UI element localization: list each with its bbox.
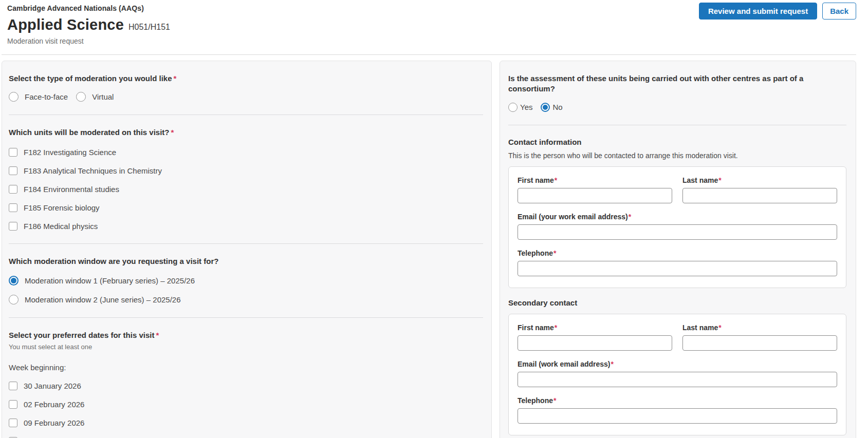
preferred-dates-hint: You must select at least one bbox=[9, 343, 483, 351]
virtual-label: Virtual bbox=[92, 92, 114, 101]
virtual-radio[interactable] bbox=[76, 92, 86, 102]
contact-information-description: This is the person who will be contacted… bbox=[508, 151, 846, 160]
secondary-first-name-input[interactable] bbox=[518, 335, 672, 351]
date-02-february-2026-checkbox[interactable] bbox=[9, 400, 17, 409]
section-divider bbox=[9, 243, 483, 244]
contact-telephone-input[interactable] bbox=[518, 261, 837, 276]
units-question-text: Which units will be moderated on this vi… bbox=[9, 128, 170, 137]
page-subtitle: Moderation visit request bbox=[7, 37, 856, 45]
f183-checkbox[interactable] bbox=[9, 166, 17, 175]
moderation-type-question-text: Select the type of moderation you would … bbox=[9, 74, 172, 83]
window-option-1[interactable]: Moderation window 1 (February series) – … bbox=[9, 276, 483, 285]
moderation-window-section: Which moderation window are you requesti… bbox=[9, 256, 483, 304]
date-option-30-january-2026[interactable]: 30 January 2026 bbox=[9, 382, 483, 390]
secondary-contact-section: Secondary contact First name* Last name* bbox=[508, 298, 846, 438]
f186-checkbox[interactable] bbox=[9, 222, 17, 231]
required-asterisk: * bbox=[555, 176, 557, 184]
date-option-02-february-2026[interactable]: 02 February 2026 bbox=[9, 400, 483, 409]
f186-label: F186 Medical physics bbox=[24, 222, 98, 231]
review-and-submit-button[interactable]: Review and submit request bbox=[699, 3, 817, 20]
preferred-dates-question-text: Select your preferred dates for this vis… bbox=[9, 331, 154, 339]
f182-checkbox[interactable] bbox=[9, 148, 17, 157]
radio-option-no[interactable]: No bbox=[541, 103, 562, 112]
unit-option-f182[interactable]: F182 Investigating Science bbox=[9, 148, 483, 157]
moderation-visit-request-page: Cambridge Advanced Nationals (AAQs) Appl… bbox=[0, 0, 868, 438]
moderation-type-section: Select the type of moderation you would … bbox=[9, 73, 483, 102]
contact-email-input[interactable] bbox=[518, 224, 837, 240]
f182-label: F182 Investigating Science bbox=[24, 148, 116, 157]
required-asterisk: * bbox=[611, 360, 614, 368]
secondary-contact-heading: Secondary contact bbox=[508, 298, 846, 307]
contact-information-panel: First name* Last name* Email (your work … bbox=[508, 166, 846, 288]
radio-option-virtual[interactable]: Virtual bbox=[76, 92, 114, 102]
date-09-february-2026-checkbox[interactable] bbox=[9, 418, 17, 427]
section-divider bbox=[9, 317, 483, 318]
contact-information-section: Contact information This is the person w… bbox=[508, 138, 846, 288]
required-asterisk: * bbox=[156, 331, 159, 339]
f184-label: F184 Environmental studies bbox=[24, 185, 119, 194]
section-divider bbox=[9, 115, 483, 115]
secondary-email-input[interactable] bbox=[518, 372, 837, 387]
secondary-last-name-label: Last name* bbox=[682, 323, 837, 332]
secondary-telephone-input[interactable] bbox=[518, 408, 837, 424]
header-actions: Review and submit request Back bbox=[699, 3, 856, 20]
page-title: Applied Science bbox=[7, 16, 124, 33]
unit-option-f186[interactable]: F186 Medical physics bbox=[9, 222, 483, 231]
contact-last-name-label-text: Last name bbox=[682, 176, 718, 184]
f185-checkbox[interactable] bbox=[9, 203, 17, 212]
window-1-radio[interactable] bbox=[9, 276, 19, 285]
required-asterisk: * bbox=[629, 213, 631, 221]
secondary-email-label: Email (work email address)* bbox=[518, 360, 837, 368]
contact-email-label: Email (your work email address)* bbox=[518, 213, 837, 221]
contact-email-label-text: Email (your work email address) bbox=[518, 213, 628, 221]
contact-first-name-label-text: First name bbox=[518, 176, 554, 184]
date-09-february-2026-label: 09 February 2026 bbox=[24, 418, 84, 427]
required-asterisk: * bbox=[174, 74, 177, 83]
contact-information-heading: Contact information bbox=[508, 138, 846, 146]
secondary-last-name-input[interactable] bbox=[682, 335, 837, 351]
secondary-last-name-label-text: Last name bbox=[682, 323, 718, 332]
secondary-email-label-text: Email (work email address) bbox=[518, 360, 611, 368]
required-asterisk: * bbox=[553, 249, 556, 257]
radio-option-face-to-face[interactable]: Face-to-face bbox=[9, 92, 68, 102]
window-2-radio[interactable] bbox=[9, 295, 19, 304]
face-to-face-label: Face-to-face bbox=[25, 92, 68, 101]
consortium-no-radio[interactable] bbox=[541, 103, 550, 112]
moderation-window-question: Which moderation window are you requesti… bbox=[9, 256, 483, 266]
f185-label: F185 Forensic biology bbox=[24, 203, 100, 212]
units-question: Which units will be moderated on this vi… bbox=[9, 127, 483, 138]
f183-label: F183 Analytical Techniques in Chemistry bbox=[24, 166, 162, 175]
radio-option-yes[interactable]: Yes bbox=[508, 103, 532, 112]
section-divider bbox=[508, 125, 846, 125]
window-2-label: Moderation window 2 (June series) – 2025… bbox=[25, 295, 181, 304]
consortium-yes-radio[interactable] bbox=[508, 103, 518, 112]
face-to-face-radio[interactable] bbox=[9, 92, 19, 102]
date-30-january-2026-checkbox[interactable] bbox=[9, 382, 17, 390]
contact-details-card: Is the assessment of these units being c… bbox=[500, 61, 856, 438]
required-asterisk: * bbox=[718, 176, 721, 184]
secondary-contact-panel: First name* Last name* Email (work email… bbox=[508, 314, 846, 435]
secondary-telephone-label-text: Telephone bbox=[518, 396, 553, 405]
units-section: Which units will be moderated on this vi… bbox=[9, 127, 483, 230]
contact-last-name-input[interactable] bbox=[682, 188, 837, 203]
date-option-09-february-2026[interactable]: 09 February 2026 bbox=[9, 418, 483, 427]
contact-last-name-label: Last name* bbox=[682, 176, 837, 184]
unit-option-f185[interactable]: F185 Forensic biology bbox=[9, 203, 483, 212]
secondary-telephone-label: Telephone* bbox=[518, 396, 837, 405]
consortium-question: Is the assessment of these units being c… bbox=[508, 73, 846, 94]
consortium-section: Is the assessment of these units being c… bbox=[508, 73, 846, 112]
contact-first-name-label: First name* bbox=[518, 176, 672, 184]
window-option-2[interactable]: Moderation window 2 (June series) – 2025… bbox=[9, 295, 483, 304]
required-asterisk: * bbox=[553, 396, 556, 405]
consortium-no-label: No bbox=[552, 103, 562, 111]
unit-option-f183[interactable]: F183 Analytical Techniques in Chemistry bbox=[9, 166, 483, 175]
required-asterisk: * bbox=[555, 323, 557, 332]
consortium-yes-label: Yes bbox=[520, 103, 532, 111]
contact-first-name-input[interactable] bbox=[518, 188, 672, 203]
date-30-january-2026-label: 30 January 2026 bbox=[24, 382, 81, 390]
required-asterisk: * bbox=[171, 128, 174, 137]
unit-code: H051/H151 bbox=[128, 23, 170, 32]
f184-checkbox[interactable] bbox=[9, 185, 17, 194]
back-button[interactable]: Back bbox=[822, 3, 856, 20]
unit-option-f184[interactable]: F184 Environmental studies bbox=[9, 185, 483, 194]
